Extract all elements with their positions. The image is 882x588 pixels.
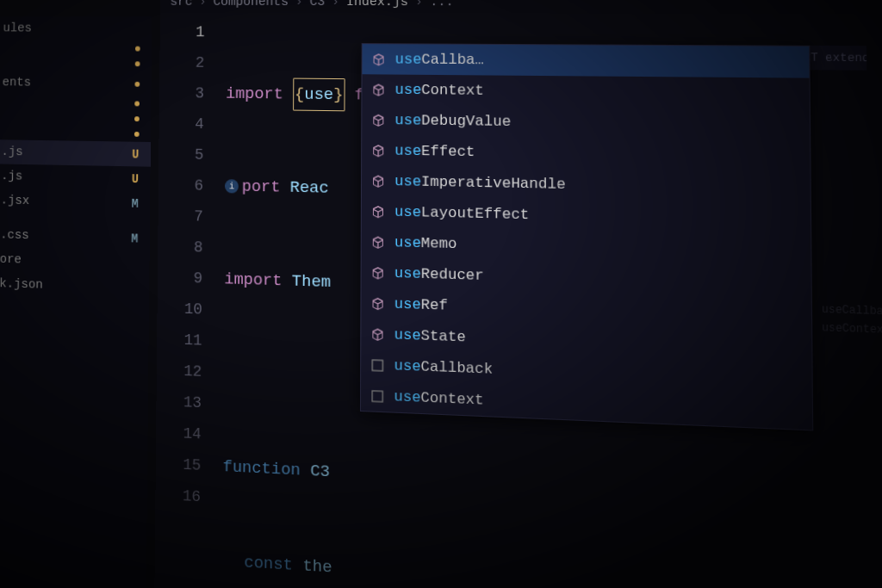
sidebar-file-item[interactable]: k.json <box>0 271 149 300</box>
sidebar-file-item[interactable]: ules <box>0 16 152 41</box>
sidebar-file-label: .css <box>0 228 29 244</box>
autocomplete-label: useCallback <box>394 357 493 378</box>
autocomplete-label: useLayoutEffect <box>394 203 529 223</box>
cube-icon <box>370 234 386 251</box>
line-number[interactable]: 9 <box>158 262 202 294</box>
svg-rect-1 <box>372 390 382 401</box>
cube-icon <box>370 173 386 189</box>
breadcrumb-segment[interactable]: Components <box>213 0 289 9</box>
breadcrumb-segment[interactable]: src <box>170 0 192 9</box>
line-number[interactable]: 4 <box>159 108 204 139</box>
chevron-right-icon: › <box>332 0 339 9</box>
breadcrumb-segment[interactable]: C3 <box>310 0 326 9</box>
line-number[interactable]: 10 <box>157 293 202 325</box>
line-number[interactable]: 15 <box>156 448 202 481</box>
modified-dot-icon <box>135 61 140 66</box>
sidebar-file-item[interactable] <box>0 55 152 71</box>
code-editor[interactable]: src › Components › C3 › Index.js › ... 1… <box>154 0 882 588</box>
autocomplete-label: useContext <box>394 388 483 409</box>
sidebar-file-item[interactable]: .jsU <box>0 139 151 167</box>
sidebar-file-label: ules <box>3 22 32 36</box>
keyword: import <box>224 263 292 297</box>
cube-icon <box>371 52 387 67</box>
line-number[interactable]: 16 <box>155 479 201 512</box>
modified-dot-icon <box>134 116 140 121</box>
line-number[interactable]: 7 <box>158 200 202 232</box>
autocomplete-label: useDebugValue <box>394 112 511 130</box>
svg-rect-0 <box>372 360 382 371</box>
keyword: port <box>242 171 290 203</box>
snippet-icon <box>370 356 385 373</box>
line-number[interactable]: 11 <box>157 324 202 356</box>
autocomplete-label: useState <box>394 326 466 345</box>
sidebar-file-item[interactable] <box>0 95 151 112</box>
sidebar-file-item[interactable]: .jsU <box>0 164 151 191</box>
modified-dot-icon <box>134 101 140 106</box>
identifier: use <box>304 85 333 104</box>
cube-icon <box>370 203 386 220</box>
line-number[interactable]: 5 <box>158 139 203 170</box>
autocomplete-label: useCallba… <box>395 51 484 68</box>
autocomplete-item[interactable]: useCallba… <box>363 44 810 78</box>
snippet-icon <box>370 387 385 404</box>
autocomplete-label: useReducer <box>394 265 484 284</box>
cube-icon <box>370 82 386 97</box>
sidebar-file-item[interactable]: .cssM <box>0 222 150 251</box>
chevron-right-icon: › <box>295 0 303 9</box>
brace: } <box>333 85 343 104</box>
autocomplete-popup[interactable]: useCallba…useContextuseDebugValueuseEffe… <box>360 43 813 430</box>
chevron-right-icon: › <box>199 0 207 9</box>
cube-icon <box>370 142 386 158</box>
breadcrumb-file[interactable]: Index.js <box>346 0 408 9</box>
sidebar-file-item[interactable]: .jsxM <box>0 188 150 216</box>
breadcrumb[interactable]: src › Components › C3 › Index.js › ... <box>160 0 882 14</box>
line-number[interactable]: 13 <box>156 386 202 418</box>
line-number[interactable]: 14 <box>156 417 202 450</box>
modified-dot-icon <box>135 46 140 52</box>
inline-hints: useCallback useContext <box>822 300 882 340</box>
autocomplete-label: useImperativeHandle <box>394 173 566 193</box>
line-number[interactable]: 3 <box>159 77 204 108</box>
sidebar-file-label: .jsx <box>1 194 30 208</box>
line-number[interactable]: 6 <box>158 170 203 201</box>
breadcrumb-symbol[interactable]: ... <box>430 0 453 9</box>
autocomplete-label: useContext <box>394 82 483 99</box>
git-status-badge: M <box>131 232 138 245</box>
cube-icon <box>370 264 386 281</box>
info-icon[interactable]: i <box>225 179 239 193</box>
line-number[interactable]: 12 <box>157 355 202 387</box>
line-number[interactable]: 2 <box>159 47 204 78</box>
modified-dot-icon <box>134 132 140 137</box>
keyword: const <box>244 547 302 582</box>
file-explorer[interactable]: ulesents.jsU.jsU.jsxM.cssMorek.json <box>0 16 152 588</box>
autocomplete-label: useRef <box>394 295 448 313</box>
line-number-gutter[interactable]: 12345678910111213141516 <box>155 16 218 513</box>
identifier: the <box>302 550 332 584</box>
sidebar-file-item[interactable] <box>0 40 152 57</box>
sidebar-file-label: k.json <box>0 276 43 292</box>
cube-icon <box>370 326 385 343</box>
git-status-badge: M <box>132 196 139 210</box>
modified-dot-icon <box>134 81 140 86</box>
function-name: C3 <box>310 455 330 488</box>
sidebar-file-item[interactable]: ents <box>0 71 152 96</box>
line-number[interactable]: 8 <box>158 231 202 263</box>
autocomplete-label: useEffect <box>394 142 475 160</box>
git-status-badge: U <box>132 172 139 186</box>
line-number[interactable]: 1 <box>160 16 205 47</box>
keyword: function <box>223 451 311 487</box>
cube-icon <box>370 295 385 312</box>
sidebar-file-label: ents <box>3 76 32 90</box>
autocomplete-label: useMemo <box>394 234 457 252</box>
git-status-badge: U <box>132 147 139 161</box>
sidebar-file-label: ore <box>0 252 22 267</box>
chevron-right-icon: › <box>415 0 423 9</box>
identifier: Reac <box>290 172 329 204</box>
cube-icon <box>370 112 386 127</box>
autocomplete-item[interactable]: useContext <box>362 74 809 109</box>
sidebar-file-label: .js <box>1 145 22 159</box>
keyword: import <box>226 78 293 110</box>
identifier: Them <box>292 265 331 298</box>
brace: { <box>295 85 304 104</box>
sidebar-file-label: .js <box>1 169 22 183</box>
